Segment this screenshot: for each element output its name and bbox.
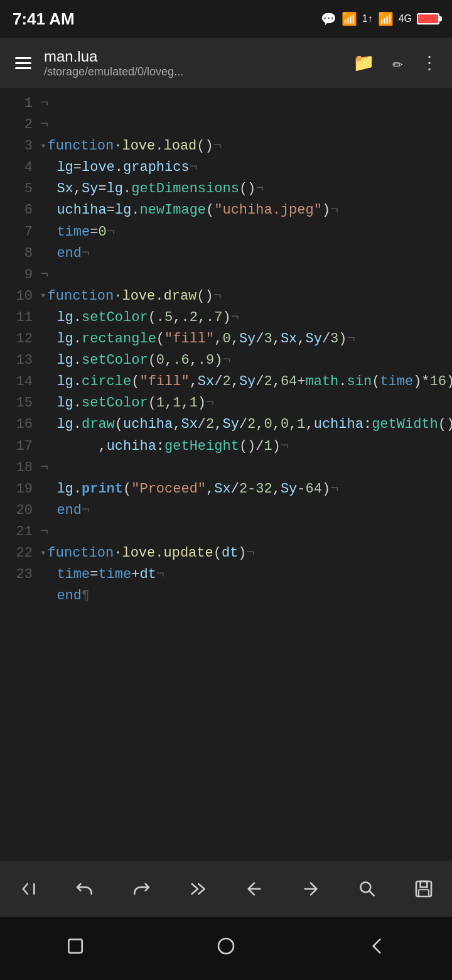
line-num-21: 21: [0, 521, 38, 543]
line-num-4: 4: [0, 157, 38, 178]
back-icon: [244, 879, 264, 899]
line-numbers: 1 2 3 4 5 6 7 8 9 10 11 12 13 14 15 16 1…: [0, 88, 38, 861]
line-num-16: 16: [0, 414, 38, 435]
forward-icon: [301, 879, 321, 899]
triangle-icon: [367, 936, 387, 956]
line-num-23: 23: [0, 564, 38, 585]
code-line-21: ▾function·love.update(dt)¬: [40, 543, 447, 564]
battery-icon: [417, 13, 439, 24]
edit-icon[interactable]: ✏️: [389, 48, 407, 77]
skip-button[interactable]: [180, 874, 215, 904]
line-num-10: 10: [0, 286, 38, 307]
tab-button[interactable]: [11, 874, 46, 904]
undo-button[interactable]: [67, 874, 102, 904]
menu-button[interactable]: [10, 52, 36, 74]
code-line-19: end¬: [40, 500, 447, 521]
line-num-20: 20: [0, 500, 38, 521]
back-nav-button[interactable]: [354, 930, 399, 968]
code-container: 1 2 3 4 5 6 7 8 9 10 11 12 13 14 15 16 1…: [0, 88, 452, 861]
line-num-1: 1: [0, 93, 38, 114]
toolbar-actions: 📁 ✏️ ⋮: [349, 48, 442, 77]
filename: man.lua: [44, 48, 342, 65]
code-line-6: uchiha=lg.newImage("uchiha.jpeg")¬: [40, 200, 447, 221]
folder-icon[interactable]: 📁: [349, 48, 379, 77]
file-title: man.lua /storage/emulated/0/loveg...: [44, 48, 342, 79]
line-num-22: 22: [0, 543, 38, 564]
line-num-8: 8: [0, 243, 38, 264]
line-num-11: 11: [0, 307, 38, 329]
network-icon: 1↑: [362, 13, 373, 24]
forward-button[interactable]: [293, 874, 328, 904]
code-line-10: ▾function·love.draw()¬: [40, 286, 447, 307]
search-button[interactable]: [350, 874, 385, 904]
search-icon: [357, 879, 377, 899]
svg-rect-3: [419, 890, 429, 896]
recent-apps-button[interactable]: [53, 930, 98, 968]
status-icons: 💬 📶 1↑ 📶 4G: [321, 11, 439, 26]
code-line-11: lg.setColor(.5,.2,.7)¬: [40, 307, 447, 329]
signal2-icon: 📶: [378, 11, 394, 26]
status-time: 7:41 AM: [13, 9, 75, 29]
line-num-5: 5: [0, 178, 38, 200]
line-num-3: 3: [0, 136, 38, 157]
code-line-12: lg.rectangle("fill",0,Sy/3,Sx,Sy/3)¬: [40, 329, 447, 350]
signal-icon: 📶: [342, 11, 357, 26]
redo-icon: [131, 879, 151, 899]
code-line-22: time=time+dt¬: [40, 564, 447, 585]
code-line-3: ▾function·love.load()¬: [40, 136, 447, 157]
save-icon: [414, 879, 434, 899]
svg-point-0: [360, 882, 370, 892]
save-button[interactable]: [406, 874, 441, 904]
code-line-2: ¬: [40, 114, 447, 136]
nav-bar: [0, 917, 452, 980]
redo-button[interactable]: [124, 874, 159, 904]
code-line-4: lg=love.graphics¬: [40, 157, 447, 178]
back-button[interactable]: [237, 874, 272, 904]
code-line-5: Sx,Sy=lg.getDimensions()¬: [40, 178, 447, 200]
code-line-13: lg.setColor(0,.6,.9)¬: [40, 350, 447, 371]
code-lines[interactable]: ¬ ¬ ▾function·love.load()¬ lg=love.graph…: [38, 88, 452, 861]
svg-rect-2: [421, 881, 428, 887]
status-bar: 7:41 AM 💬 📶 1↑ 📶 4G: [0, 0, 452, 38]
whatsapp-icon: 💬: [321, 11, 336, 26]
bottom-toolbar: [0, 861, 452, 917]
code-line-23: end¶: [40, 585, 447, 607]
toolbar: man.lua /storage/emulated/0/loveg... 📁 ✏…: [0, 38, 452, 88]
code-line-14: lg.circle("fill",Sx/2,Sy/2,64+math.sin(t…: [40, 371, 447, 393]
code-line-15: lg.setColor(1,1,1)¬: [40, 393, 447, 414]
line-num-2: 2: [0, 114, 38, 136]
code-line-16: lg.draw(uchiha,Sx/2,Sy/2,0,0,1,uchiha:ge…: [40, 414, 447, 435]
line-num-13: 13: [0, 350, 38, 371]
code-line-8: end¬: [40, 243, 447, 264]
square-icon: [65, 936, 85, 956]
editor-area[interactable]: 1 2 3 4 5 6 7 8 9 10 11 12 13 14 15 16 1…: [0, 88, 452, 861]
code-line-20: ¬: [40, 521, 447, 543]
more-icon[interactable]: ⋮: [417, 48, 442, 77]
code-line-9: ¬: [40, 264, 447, 286]
code-line-1: ¬: [40, 93, 447, 114]
code-line-7: time=0¬: [40, 222, 447, 243]
line-num-6: 6: [0, 200, 38, 221]
svg-point-5: [218, 939, 234, 954]
line-num-19: 19: [0, 479, 38, 500]
network-label: 4G: [399, 13, 412, 24]
line-num-18: 18: [0, 457, 38, 479]
line-num-14: 14: [0, 371, 38, 393]
tab-icon: [18, 879, 38, 899]
line-num-12: 12: [0, 329, 38, 350]
line-num-17: 17: [0, 436, 38, 457]
code-line-17: ¬: [40, 457, 447, 479]
line-num-15: 15: [0, 393, 38, 414]
line-num-7: 7: [0, 222, 38, 243]
file-path: /storage/emulated/0/loveg...: [44, 65, 342, 79]
line-num-9: 9: [0, 264, 38, 286]
code-line-16b: ,uchiha:getHeight()/1)¬: [40, 436, 447, 457]
svg-rect-4: [68, 939, 82, 952]
home-button[interactable]: [203, 930, 249, 968]
skip-icon: [188, 879, 208, 899]
code-line-18: lg.print("Proceed",Sx/2-32,Sy-64)¬: [40, 479, 447, 500]
circle-icon: [216, 936, 236, 956]
undo-icon: [75, 879, 95, 899]
